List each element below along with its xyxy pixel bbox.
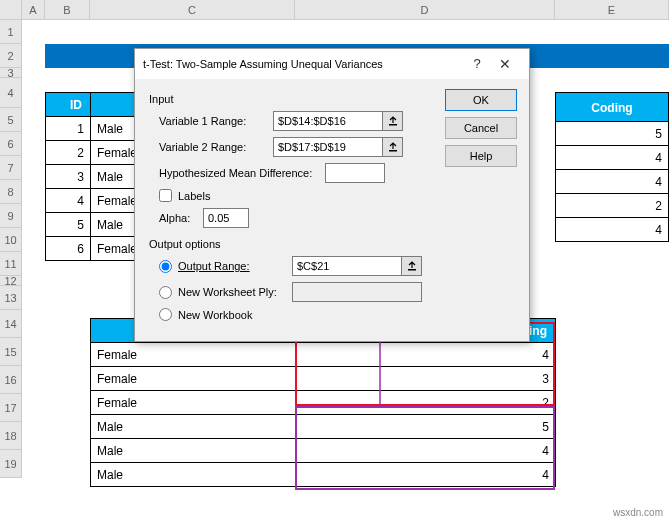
col-header-D[interactable]: D bbox=[295, 0, 555, 19]
hypothesized-input[interactable] bbox=[325, 163, 385, 183]
bcell-gender-2[interactable]: Female bbox=[91, 367, 296, 391]
col-header-A[interactable]: A bbox=[22, 0, 45, 19]
labels-checkbox-label: Labels bbox=[178, 190, 210, 202]
dialog-titlebar[interactable]: t-Test: Two-Sample Assuming Unequal Vari… bbox=[135, 49, 529, 79]
new-worksheet-radio[interactable] bbox=[159, 286, 172, 299]
row-header-18[interactable]: 18 bbox=[0, 422, 21, 450]
row-header-13[interactable]: 13 bbox=[0, 286, 21, 310]
row-header-10[interactable]: 10 bbox=[0, 228, 21, 252]
row-header-6[interactable]: 6 bbox=[0, 132, 21, 156]
row-header-3[interactable]: 3 bbox=[0, 68, 21, 78]
row-header-8[interactable]: 8 bbox=[0, 180, 21, 204]
var2-input[interactable] bbox=[273, 137, 383, 157]
row-header-16[interactable]: 16 bbox=[0, 366, 21, 394]
row-header-1[interactable]: 1 bbox=[0, 20, 21, 44]
bcell-coding-5[interactable]: 4 bbox=[296, 439, 556, 463]
hypothesized-label: Hypothesized Mean Difference: bbox=[149, 167, 319, 179]
cell-id-5[interactable]: 5 bbox=[46, 213, 91, 237]
row-header-7[interactable]: 7 bbox=[0, 156, 21, 180]
dialog-close-icon[interactable]: ✕ bbox=[489, 49, 521, 79]
alpha-input[interactable] bbox=[203, 208, 249, 228]
column-headers: A B C D E bbox=[0, 0, 669, 20]
row-header-19[interactable]: 19 bbox=[0, 450, 21, 478]
output-range-input[interactable] bbox=[292, 256, 402, 276]
row-header-15[interactable]: 15 bbox=[0, 338, 21, 366]
var1-input[interactable] bbox=[273, 111, 383, 131]
new-worksheet-label: New Worksheet Ply: bbox=[178, 286, 286, 298]
bcell-gender-4[interactable]: Male bbox=[91, 415, 296, 439]
row-header-14[interactable]: 14 bbox=[0, 310, 21, 338]
cancel-button[interactable]: Cancel bbox=[445, 117, 517, 139]
col-header-B[interactable]: B bbox=[45, 0, 90, 19]
cell-id-2[interactable]: 2 bbox=[46, 141, 91, 165]
row-header-12[interactable]: 12 bbox=[0, 276, 21, 286]
top-coding-column: 5 4 4 2 4 bbox=[555, 122, 669, 242]
labels-checkbox[interactable] bbox=[159, 189, 172, 202]
bottom-data-table: Gender Coding Female4 Female3 Female2 Ma… bbox=[90, 318, 556, 487]
bcell-gender-1[interactable]: Female bbox=[91, 343, 296, 367]
cell-coding-1[interactable]: 5 bbox=[555, 122, 669, 146]
cell-id-3[interactable]: 3 bbox=[46, 165, 91, 189]
cell-id-4[interactable]: 4 bbox=[46, 189, 91, 213]
bcell-gender-5[interactable]: Male bbox=[91, 439, 296, 463]
cell-id-1[interactable]: 1 bbox=[46, 117, 91, 141]
cell-id-6[interactable]: 6 bbox=[46, 237, 91, 261]
output-range-radio[interactable] bbox=[159, 260, 172, 273]
new-worksheet-input bbox=[292, 282, 422, 302]
alpha-label: Alpha: bbox=[149, 212, 197, 224]
help-button[interactable]: Help bbox=[445, 145, 517, 167]
ttest-dialog: t-Test: Two-Sample Assuming Unequal Vari… bbox=[134, 48, 530, 342]
output-group-label: Output options bbox=[149, 238, 435, 250]
new-workbook-label: New Workbook bbox=[178, 309, 252, 321]
bcell-coding-3[interactable]: 2 bbox=[296, 391, 556, 415]
cell-coding-3[interactable]: 4 bbox=[555, 170, 669, 194]
row-header-9[interactable]: 9 bbox=[0, 204, 21, 228]
output-range-refedit-button[interactable] bbox=[402, 256, 422, 276]
cell-coding-2[interactable]: 4 bbox=[555, 146, 669, 170]
ok-button[interactable]: OK bbox=[445, 89, 517, 111]
row-header-2[interactable]: 2 bbox=[0, 44, 21, 68]
bcell-gender-3[interactable]: Female bbox=[91, 391, 296, 415]
top-header-coding[interactable]: Coding bbox=[555, 92, 669, 122]
cell-coding-4[interactable]: 2 bbox=[555, 194, 669, 218]
row-header-17[interactable]: 17 bbox=[0, 394, 21, 422]
var2-label: Variable 2 Range: bbox=[149, 141, 267, 153]
output-range-label: Output Range: bbox=[178, 260, 286, 272]
cell-coding-5[interactable]: 4 bbox=[555, 218, 669, 242]
input-group-label: Input bbox=[149, 93, 435, 105]
var2-refedit-button[interactable] bbox=[383, 137, 403, 157]
row-header-11[interactable]: 11 bbox=[0, 252, 21, 276]
top-header-id[interactable]: ID bbox=[46, 93, 91, 117]
new-workbook-radio[interactable] bbox=[159, 308, 172, 321]
var1-refedit-button[interactable] bbox=[383, 111, 403, 131]
bcell-coding-1[interactable]: 4 bbox=[296, 343, 556, 367]
row-header-4[interactable]: 4 bbox=[0, 78, 21, 108]
bcell-coding-2[interactable]: 3 bbox=[296, 367, 556, 391]
svg-rect-2 bbox=[389, 150, 397, 152]
svg-rect-1 bbox=[389, 124, 397, 126]
bcell-coding-4[interactable]: 5 bbox=[296, 415, 556, 439]
select-all-corner[interactable] bbox=[0, 0, 22, 19]
dialog-title-text: t-Test: Two-Sample Assuming Unequal Vari… bbox=[143, 49, 465, 79]
dialog-help-icon[interactable]: ? bbox=[465, 49, 489, 79]
var1-label: Variable 1 Range: bbox=[149, 115, 267, 127]
watermark: wsxdn.com bbox=[613, 507, 663, 518]
col-header-E[interactable]: E bbox=[555, 0, 669, 19]
col-header-C[interactable]: C bbox=[90, 0, 295, 19]
row-header-5[interactable]: 5 bbox=[0, 108, 21, 132]
bcell-coding-6[interactable]: 4 bbox=[296, 463, 556, 487]
svg-rect-3 bbox=[408, 269, 416, 271]
row-headers: 1 2 3 4 5 6 7 8 9 10 11 12 13 14 15 16 1… bbox=[0, 20, 22, 478]
bcell-gender-6[interactable]: Male bbox=[91, 463, 296, 487]
